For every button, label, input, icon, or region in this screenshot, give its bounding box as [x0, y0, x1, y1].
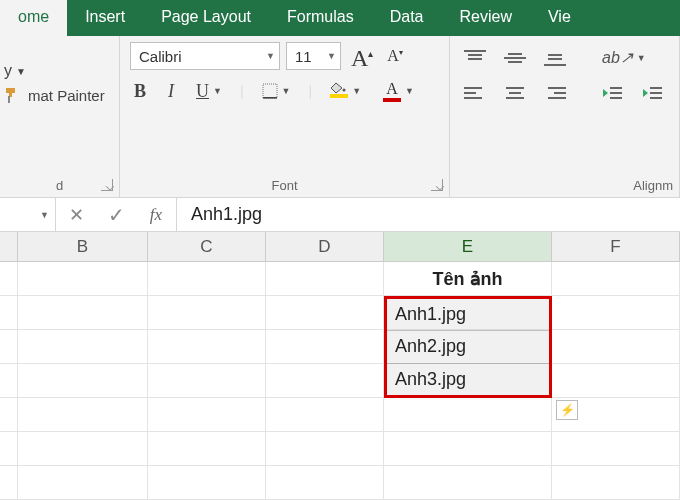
svg-point-3 — [343, 89, 346, 92]
cell-d3[interactable] — [266, 330, 384, 363]
format-painter-label: mat Painter — [28, 87, 105, 104]
group-font-label: Font — [120, 178, 449, 193]
align-middle-button[interactable] — [500, 46, 530, 69]
cell-c5[interactable] — [148, 398, 266, 431]
insert-function-button[interactable]: fx — [136, 198, 176, 231]
cell-f4[interactable] — [552, 364, 680, 397]
svg-rect-4 — [464, 50, 486, 52]
font-name-dropdown[interactable]: Calibri ▼ — [130, 42, 280, 70]
font-color-icon: A — [383, 80, 401, 102]
svg-rect-0 — [8, 96, 10, 103]
cancel-button[interactable]: ✕ — [56, 198, 96, 231]
font-launcher-icon[interactable] — [431, 179, 443, 191]
svg-rect-8 — [504, 57, 526, 59]
cell-e1[interactable]: Tên ảnh — [384, 262, 552, 295]
tab-insert[interactable]: Insert — [67, 0, 143, 36]
underline-button[interactable]: U ▼ — [192, 79, 226, 104]
cell-e4[interactable] — [384, 364, 552, 397]
cell-c4[interactable] — [148, 364, 266, 397]
cell-c3[interactable] — [148, 330, 266, 363]
decrease-font-size-button[interactable]: A▾ — [383, 45, 407, 67]
svg-rect-14 — [464, 92, 476, 94]
grid-body[interactable]: Tên ảnh — [0, 262, 680, 500]
tab-review[interactable]: Review — [441, 0, 529, 36]
cell-f3[interactable] — [552, 330, 680, 363]
cell-f2[interactable] — [552, 296, 680, 329]
increase-indent-button[interactable] — [638, 83, 668, 103]
svg-rect-27 — [650, 97, 662, 99]
tab-view[interactable]: Vie — [530, 0, 589, 36]
align-top-icon — [464, 50, 486, 66]
tab-formulas[interactable]: Formulas — [269, 0, 372, 36]
align-bottom-button[interactable] — [540, 46, 570, 69]
copy-button[interactable]: y — [4, 62, 12, 80]
column-header-c[interactable]: C — [148, 232, 266, 261]
svg-rect-1 — [263, 84, 277, 98]
cell-e2[interactable] — [384, 296, 552, 329]
column-header-b[interactable]: B — [18, 232, 148, 261]
cell-b4[interactable] — [18, 364, 148, 397]
svg-rect-23 — [610, 92, 622, 94]
font-color-button[interactable]: A ▼ — [379, 78, 418, 104]
copy-dropdown-icon[interactable]: ▼ — [16, 66, 26, 77]
cell-d5[interactable] — [266, 398, 384, 431]
chevron-down-icon: ▼ — [405, 86, 414, 96]
svg-rect-22 — [610, 87, 622, 89]
increase-font-size-button[interactable]: A▴ — [347, 42, 377, 70]
font-size-dropdown[interactable]: 11 ▼ — [286, 42, 341, 70]
borders-button[interactable]: ▼ — [258, 81, 295, 101]
fx-icon: fx — [150, 205, 162, 225]
cell-b2[interactable] — [18, 296, 148, 329]
svg-rect-5 — [468, 54, 482, 56]
close-icon: ✕ — [69, 204, 84, 226]
quick-analysis-button[interactable]: ⚡ — [556, 400, 578, 420]
orientation-icon: ab↗ — [602, 48, 633, 67]
cell-b5[interactable] — [18, 398, 148, 431]
clipboard-launcher-icon[interactable] — [101, 179, 113, 191]
underline-letter: U — [196, 81, 209, 102]
cell-d4[interactable] — [266, 364, 384, 397]
svg-rect-16 — [506, 87, 524, 89]
chevron-down-icon: ▼ — [262, 51, 275, 61]
svg-rect-10 — [548, 54, 562, 56]
orientation-button[interactable]: ab↗▼ — [598, 46, 650, 69]
tab-home[interactable]: ome — [0, 0, 67, 36]
group-alignment: ab↗▼ Alignm — [450, 36, 680, 197]
format-painter-button[interactable]: mat Painter — [4, 86, 109, 104]
align-right-icon — [544, 85, 566, 101]
svg-rect-21 — [548, 97, 566, 99]
cell-b1[interactable] — [18, 262, 148, 295]
align-left-button[interactable] — [460, 83, 490, 103]
column-header-e[interactable]: E — [384, 232, 552, 261]
align-middle-icon — [504, 50, 526, 66]
cell-e3[interactable] — [384, 330, 552, 363]
enter-button[interactable]: ✓ — [96, 198, 136, 231]
align-top-button[interactable] — [460, 46, 490, 69]
tab-data[interactable]: Data — [372, 0, 442, 36]
column-header-f[interactable]: F — [552, 232, 680, 261]
cell-b3[interactable] — [18, 330, 148, 363]
column-headers: B C D E F — [0, 232, 680, 262]
align-center-button[interactable] — [500, 83, 530, 103]
fill-color-button[interactable]: ▼ — [326, 82, 365, 100]
group-alignment-label: Alignm — [450, 178, 679, 193]
spreadsheet-grid: B C D E F Tên ảnh — [0, 232, 680, 500]
cell-c2[interactable] — [148, 296, 266, 329]
svg-rect-24 — [610, 97, 622, 99]
cell-e5[interactable] — [384, 398, 552, 431]
align-right-button[interactable] — [540, 83, 570, 103]
svg-rect-19 — [548, 87, 566, 89]
name-box[interactable]: ▼ — [0, 198, 56, 231]
cell-f1[interactable] — [552, 262, 680, 295]
decrease-indent-button[interactable] — [598, 83, 628, 103]
cell-c1[interactable] — [148, 262, 266, 295]
italic-button[interactable]: I — [164, 79, 178, 104]
cell-d2[interactable] — [266, 296, 384, 329]
align-left-icon — [464, 85, 486, 101]
col-lead[interactable] — [0, 232, 18, 261]
column-header-d[interactable]: D — [266, 232, 384, 261]
cell-d1[interactable] — [266, 262, 384, 295]
tab-page-layout[interactable]: Page Layout — [143, 0, 269, 36]
formula-input[interactable]: Anh1.jpg — [177, 198, 680, 231]
bold-button[interactable]: B — [130, 79, 150, 104]
